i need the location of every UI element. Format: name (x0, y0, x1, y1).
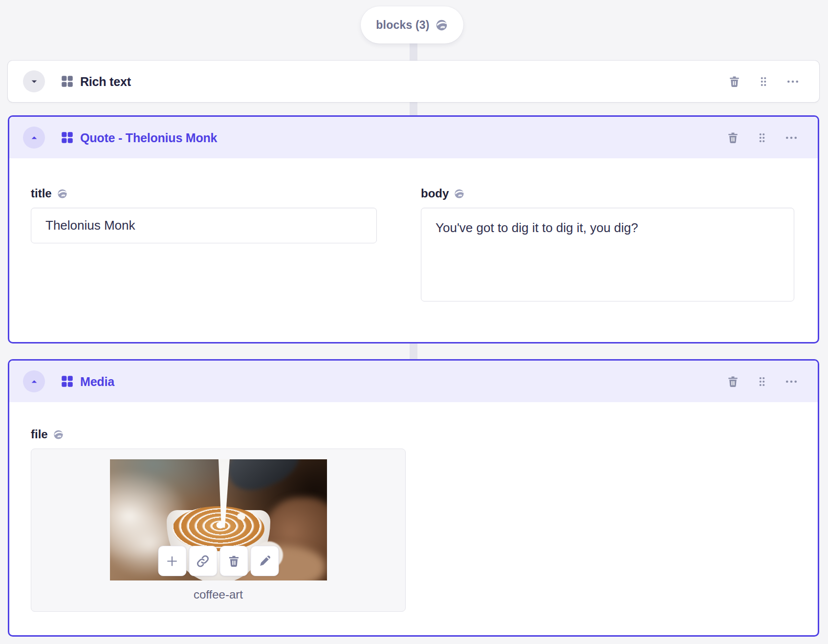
delete-block-button[interactable] (722, 371, 743, 392)
add-file-button[interactable] (158, 546, 186, 576)
block-title: Media (80, 374, 114, 388)
delete-file-button[interactable] (219, 546, 248, 576)
body-textarea[interactable]: You've got to dig it to dig it, you dig? (421, 208, 794, 301)
body-field-label: body (421, 187, 449, 200)
block-connector-line (410, 101, 417, 117)
block-card-rich-text: Rich text (8, 61, 819, 102)
drag-handle-icon[interactable] (753, 71, 774, 92)
block-connector-line (410, 341, 417, 361)
edit-file-button[interactable] (250, 546, 279, 576)
drag-handle-icon[interactable] (751, 371, 773, 392)
body-field-group: body You've got to dig it to dig it, you… (421, 187, 794, 303)
globe-icon (435, 19, 448, 32)
block-header: Quote - Thelonius Monk (9, 117, 818, 158)
link-icon (196, 554, 210, 568)
blocks-grid-icon (61, 131, 74, 144)
file-preview-box: coffee-art (31, 449, 406, 612)
more-options-button[interactable] (781, 127, 802, 149)
block-card-media: Media (8, 359, 819, 637)
globe-icon (454, 188, 465, 199)
collapse-chevron-button[interactable] (23, 127, 45, 149)
expand-chevron-button[interactable] (23, 70, 45, 92)
pencil-icon (258, 554, 271, 568)
file-name-caption: coffee-art (31, 588, 405, 601)
more-options-button[interactable] (781, 371, 802, 392)
blocks-grid-icon (61, 75, 74, 88)
file-field-label: file (31, 428, 48, 441)
link-file-button[interactable] (189, 546, 217, 576)
block-header: Rich text (8, 61, 819, 102)
block-card-quote: Quote - Thelonius Monk (8, 115, 819, 343)
file-action-toolbar (158, 546, 279, 576)
chevron-up-icon (29, 132, 40, 143)
blocks-grid-icon (61, 375, 74, 388)
title-input[interactable] (31, 208, 377, 243)
blocks-count-pill[interactable]: blocks (3) (361, 6, 463, 43)
chevron-down-icon (29, 76, 40, 87)
blocks-count-label: blocks (3) (376, 19, 429, 32)
globe-icon (53, 429, 64, 440)
title-field-group: title (31, 187, 377, 303)
title-field-label: title (31, 187, 52, 200)
chevron-up-icon (29, 376, 40, 387)
plus-icon (165, 554, 179, 568)
block-title: Quote - Thelonius Monk (80, 130, 217, 145)
delete-block-button[interactable] (723, 71, 745, 92)
collapse-chevron-button[interactable] (23, 370, 45, 392)
delete-block-button[interactable] (722, 127, 743, 149)
trash-icon (227, 554, 240, 568)
block-title: Rich text (80, 74, 131, 88)
more-options-button[interactable] (782, 71, 804, 92)
block-header: Media (9, 361, 818, 402)
globe-icon (57, 188, 68, 199)
blocks-editor: blocks (3) Rich text (0, 0, 828, 644)
drag-handle-icon[interactable] (751, 127, 773, 149)
